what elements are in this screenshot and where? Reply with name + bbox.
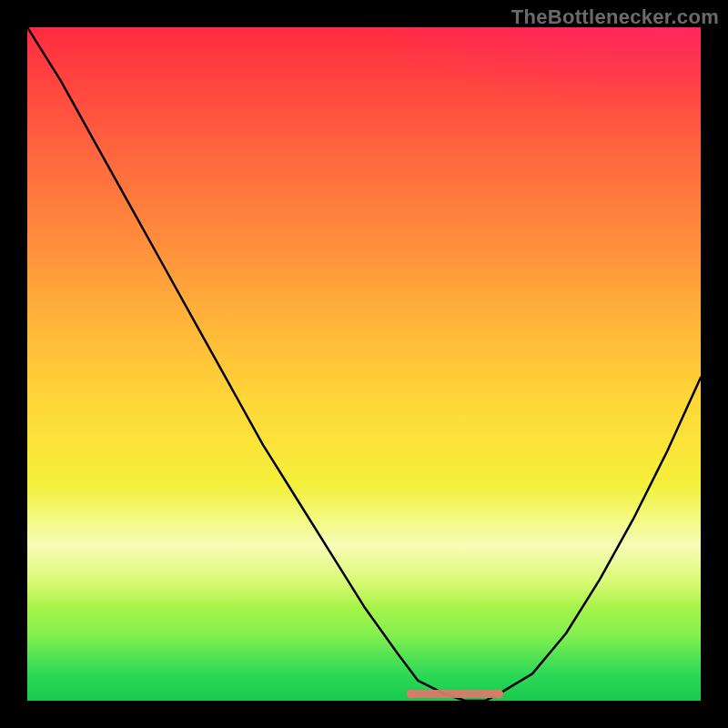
watermark-text: TheBottlenecker.com — [511, 5, 719, 29]
bottleneck-curve-line — [27, 27, 701, 701]
plot-area — [27, 27, 701, 701]
chart-container: TheBottlenecker.com — [0, 0, 728, 728]
chart-svg — [27, 27, 701, 701]
optimum-endcap-right — [494, 690, 503, 699]
optimum-endcap-left — [407, 690, 416, 699]
